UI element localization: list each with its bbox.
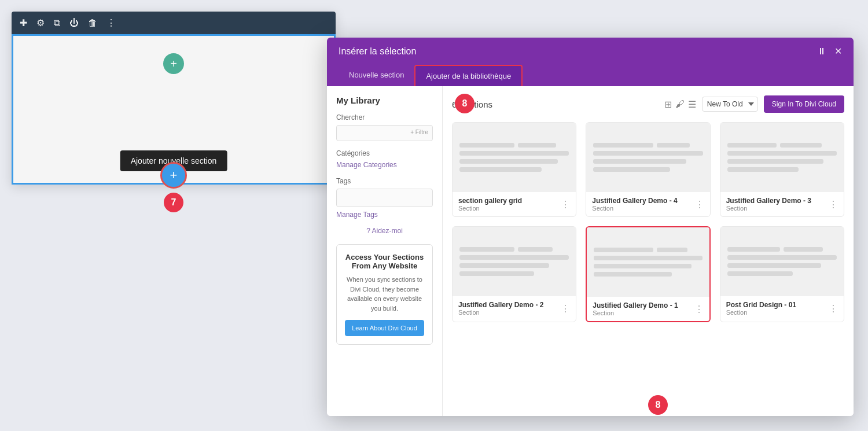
card-name-2: Justified Gallery Demo - 3 xyxy=(726,197,811,205)
modal-title: Insérer la sélection xyxy=(339,46,416,57)
brush-icon[interactable]: 🖌 xyxy=(675,99,685,110)
pause-icon[interactable]: ⏸ xyxy=(817,46,826,57)
gear-icon[interactable]: ⚙ xyxy=(36,17,45,28)
editor-panel: ✚ ⚙ ⧉ ⏻ 🗑 ⋮ + Ajouter nouvelle section +… xyxy=(12,12,336,185)
editor-content: + Ajouter nouvelle section + xyxy=(12,34,336,185)
tags-input[interactable] xyxy=(336,189,433,207)
step-8-badge-bottom: 8 xyxy=(648,395,668,415)
add-section-main-btn[interactable]: + xyxy=(160,162,187,189)
more-icon[interactable]: ⋮ xyxy=(106,17,116,28)
help-link[interactable]: ? Aidez-moi xyxy=(336,227,433,235)
gallery-card-2[interactable]: Justified Gallery Demo - 3 Section ⋮ xyxy=(720,122,844,217)
grid-view-icon[interactable]: ⊞ xyxy=(664,99,672,110)
modal-sidebar: My Library Chercher + Filtre Catégories … xyxy=(327,86,443,416)
cloud-promo-btn[interactable]: Learn About Divi Cloud xyxy=(345,320,424,336)
gallery-card-4[interactable]: Justified Gallery Demo - 1 Section ⋮ xyxy=(586,226,710,322)
gallery-card-1[interactable]: Justified Gallery Demo - 4 Section ⋮ xyxy=(586,122,710,217)
card-preview-3 xyxy=(453,227,576,296)
main-header: 6 Sections ⊞ 🖌 ☰ New To Old Old To New A… xyxy=(452,95,844,113)
manage-tags-link[interactable]: Manage Tags xyxy=(336,211,433,219)
card-info-3: Justified Gallery Demo - 2 Section ⋮ xyxy=(453,296,576,321)
tab-ajouter-bibliotheque[interactable]: Ajouter de la bibliothèque xyxy=(414,65,523,86)
card-name-4: Justified Gallery Demo - 1 xyxy=(593,301,678,310)
list-view-icon[interactable]: ☰ xyxy=(688,99,696,110)
cloud-promo-text: When you sync sections to Divi Cloud, th… xyxy=(345,275,424,313)
card-name-5: Post Grid Design - 01 xyxy=(726,301,796,309)
step-7-badge: 7 xyxy=(164,193,183,212)
card-menu-icon-2[interactable]: ⋮ xyxy=(829,199,838,210)
modal-header: Insérer la sélection ⏸ ✕ xyxy=(327,38,854,65)
card-info-1: Justified Gallery Demo - 4 Section ⋮ xyxy=(586,192,709,216)
card-name-0: section gallery grid xyxy=(458,197,522,205)
card-info-4: Justified Gallery Demo - 1 Section ⋮ xyxy=(587,297,709,321)
tab-nouvelle-section[interactable]: Nouvelle section xyxy=(339,65,414,86)
cloud-promo-title: Access Your Sections From Any Website xyxy=(345,253,424,270)
power-icon[interactable]: ⏻ xyxy=(69,18,79,28)
card-menu-icon-3[interactable]: ⋮ xyxy=(561,303,570,314)
search-label: Chercher xyxy=(336,113,433,121)
add-section-top-btn[interactable]: + xyxy=(163,53,184,74)
cloud-promo: Access Your Sections From Any Website Wh… xyxy=(336,244,433,345)
categories-label: Catégories xyxy=(336,149,433,157)
modal-tabs: Nouvelle section Ajouter de la bibliothè… xyxy=(327,65,854,86)
manage-categories-link[interactable]: Manage Categories xyxy=(336,161,433,169)
gallery-card-3[interactable]: Justified Gallery Demo - 2 Section ⋮ xyxy=(452,226,576,322)
card-type-0: Section xyxy=(458,205,522,212)
main-controls: ⊞ 🖌 ☰ New To Old Old To New A to Z Z to … xyxy=(664,95,844,113)
card-info-5: Post Grid Design - 01 Section ⋮ xyxy=(720,296,844,321)
card-preview-5 xyxy=(720,227,844,296)
editor-toolbar: ✚ ⚙ ⧉ ⏻ 🗑 ⋮ xyxy=(12,12,336,34)
duplicate-icon[interactable]: ⧉ xyxy=(54,18,60,28)
card-preview-2 xyxy=(720,123,844,192)
card-menu-icon-4[interactable]: ⋮ xyxy=(694,304,704,315)
card-type-3: Section xyxy=(458,309,543,316)
card-menu-icon-0[interactable]: ⋮ xyxy=(561,199,570,210)
gallery-card-0[interactable]: section gallery grid Section ⋮ xyxy=(452,122,576,217)
card-info-2: Justified Gallery Demo - 3 Section ⋮ xyxy=(720,192,844,216)
trash-icon[interactable]: 🗑 xyxy=(88,18,97,28)
card-type-5: Section xyxy=(726,309,796,316)
card-type-2: Section xyxy=(726,205,811,212)
card-preview-1 xyxy=(586,123,709,192)
filter-btn[interactable]: + Filtre xyxy=(410,129,428,135)
insert-modal: Insérer la sélection ⏸ ✕ Nouvelle sectio… xyxy=(327,38,854,416)
sign-in-btn[interactable]: Sign In To Divi Cloud xyxy=(764,95,844,113)
library-title: My Library xyxy=(336,95,433,105)
card-name-3: Justified Gallery Demo - 2 xyxy=(458,301,543,309)
card-menu-icon-5[interactable]: ⋮ xyxy=(829,303,838,314)
card-preview-4 xyxy=(587,227,709,297)
card-type-4: Section xyxy=(593,310,678,316)
card-menu-icon-1[interactable]: ⋮ xyxy=(695,199,704,210)
gallery-grid: section gallery grid Section ⋮ xyxy=(452,122,844,322)
card-type-1: Section xyxy=(592,205,677,212)
tags-label: Tags xyxy=(336,177,433,185)
add-icon[interactable]: ✚ xyxy=(20,17,27,28)
step-8-badge-top: 8 xyxy=(455,94,475,113)
close-icon[interactable]: ✕ xyxy=(834,46,842,57)
view-toggle: ⊞ 🖌 ☰ xyxy=(664,99,696,110)
modal-main: 6 Sections ⊞ 🖌 ☰ New To Old Old To New A… xyxy=(443,86,854,416)
modal-body: My Library Chercher + Filtre Catégories … xyxy=(327,86,854,416)
gallery-card-5[interactable]: Post Grid Design - 01 Section ⋮ xyxy=(720,226,844,322)
sort-select[interactable]: New To Old Old To New A to Z Z to A xyxy=(702,97,758,112)
card-preview-0 xyxy=(453,123,576,192)
card-name-1: Justified Gallery Demo - 4 xyxy=(592,197,677,205)
modal-header-actions: ⏸ ✕ xyxy=(817,46,842,57)
card-info-0: section gallery grid Section ⋮ xyxy=(453,192,576,216)
